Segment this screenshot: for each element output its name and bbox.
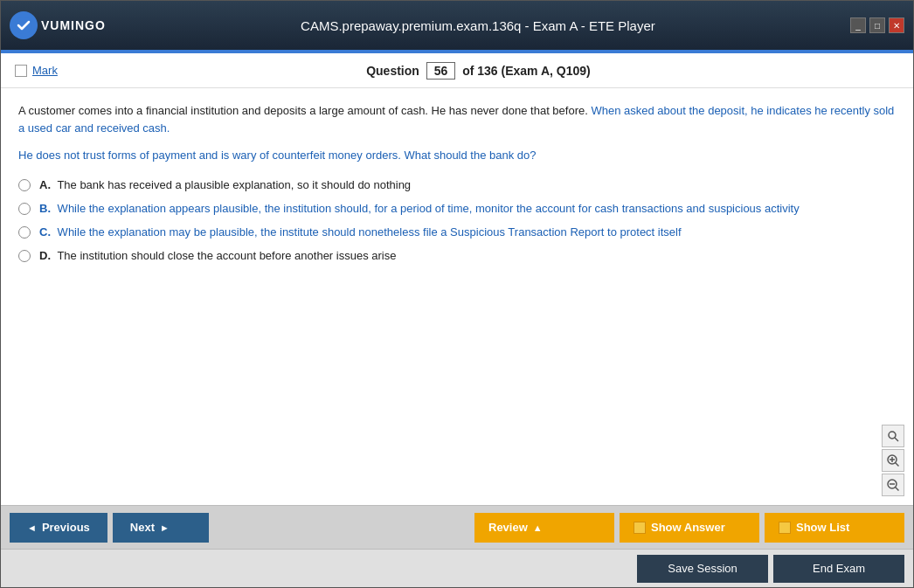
title-bar: VUMINGO CAMS.prepaway.premium.exam.136q …: [1, 1, 913, 50]
content-area: A customer comes into a financial instit…: [1, 88, 913, 505]
question-number: 56: [426, 62, 456, 80]
maximize-button[interactable]: □: [869, 17, 885, 33]
option-c[interactable]: C. While the explanation may be plausibl…: [18, 225, 896, 239]
close-button[interactable]: ✕: [889, 17, 904, 33]
option-d[interactable]: D. The institution should close the acco…: [18, 249, 896, 262]
show-list-label: Show List: [796, 521, 849, 534]
show-answer-label: Show Answer: [651, 521, 725, 534]
svg-line-2: [895, 438, 898, 441]
question-prompt: He does not trust forms of payment and i…: [18, 147, 896, 164]
show-answer-button[interactable]: Show Answer: [620, 513, 759, 543]
next-button[interactable]: Next: [113, 513, 209, 543]
zoom-out-icon: [886, 478, 900, 492]
show-answer-checkbox: [634, 522, 646, 534]
next-arrow-icon: [160, 521, 170, 534]
mark-checkbox[interactable]: [15, 65, 27, 77]
option-c-text: C. While the explanation may be plausibl…: [39, 225, 682, 239]
search-zoom-button[interactable]: [882, 425, 904, 447]
option-c-radio[interactable]: [18, 226, 31, 239]
previous-label: Previous: [42, 521, 90, 534]
header-row: Mark Question 56 of 136 (Exam A, Q109): [1, 53, 913, 88]
option-b-radio[interactable]: [18, 203, 31, 215]
question-label: Question: [366, 64, 419, 78]
option-b-text: B. While the explanation appears plausib…: [39, 202, 800, 215]
question-of: of 136 (Exam A, Q109): [462, 64, 591, 78]
option-a-text: A. The bank has received a plausible exp…: [39, 178, 411, 191]
main-window: VUMINGO CAMS.prepaway.premium.exam.136q …: [0, 0, 914, 588]
minimize-button[interactable]: _: [850, 17, 866, 33]
logo: VUMINGO: [10, 11, 106, 39]
show-list-checkbox: [779, 522, 791, 534]
prev-arrow-icon: [27, 521, 37, 534]
logo-icon: [10, 11, 38, 39]
option-b[interactable]: B. While the explanation appears plausib…: [18, 202, 896, 215]
zoom-out-button[interactable]: [882, 474, 904, 496]
options-list: A. The bank has received a plausible exp…: [18, 178, 896, 262]
review-arrow-icon: [533, 521, 543, 534]
window-title: CAMS.prepaway.premium.exam.136q - Exam A…: [106, 18, 850, 33]
svg-line-8: [896, 488, 899, 491]
zoom-in-icon: [886, 453, 900, 467]
question-info: Question 56 of 136 (Exam A, Q109): [58, 62, 899, 80]
bottom-action-bar: Save Session End Exam: [1, 549, 913, 587]
end-exam-button[interactable]: End Exam: [773, 555, 904, 583]
option-a[interactable]: A. The bank has received a plausible exp…: [18, 178, 896, 191]
zoom-controls: [882, 425, 904, 496]
review-button[interactable]: Review: [474, 513, 614, 543]
next-label: Next: [130, 521, 155, 534]
scenario-text: A customer comes into a financial instit…: [18, 102, 896, 136]
title-bar-controls: _ □ ✕: [850, 17, 904, 33]
save-session-button[interactable]: Save Session: [637, 555, 768, 583]
zoom-in-button[interactable]: [882, 449, 904, 472]
svg-point-1: [889, 432, 896, 439]
review-label: Review: [488, 521, 528, 534]
previous-button[interactable]: Previous: [10, 513, 107, 543]
show-list-button[interactable]: Show List: [765, 513, 904, 543]
search-icon: [887, 430, 899, 442]
option-a-radio[interactable]: [18, 179, 31, 191]
mark-area[interactable]: Mark: [15, 64, 58, 77]
logo-text: VUMINGO: [41, 18, 106, 32]
bottom-nav: Previous Next Review Show Answer Show Li…: [1, 505, 913, 549]
svg-line-4: [896, 463, 899, 467]
mark-link[interactable]: Mark: [32, 64, 58, 77]
option-d-text: D. The institution should close the acco…: [39, 249, 396, 262]
option-d-radio[interactable]: [18, 250, 31, 262]
title-bar-left: VUMINGO: [10, 11, 106, 39]
